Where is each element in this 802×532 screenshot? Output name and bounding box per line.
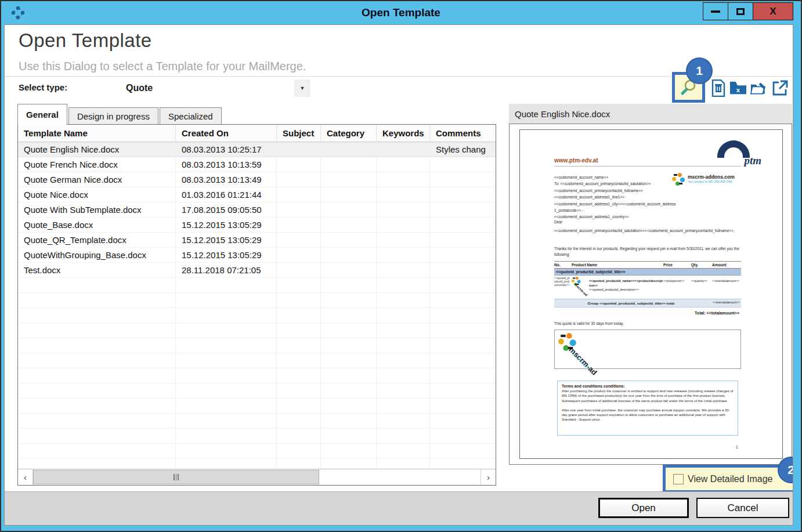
table-row[interactable]: [18, 368, 496, 383]
table-cell: [18, 399, 176, 414]
column-header-comments[interactable]: Comments: [430, 125, 496, 142]
table-row[interactable]: [18, 338, 496, 353]
table-row[interactable]: [18, 293, 496, 308]
table-cell: [430, 187, 496, 202]
table-row[interactable]: [18, 444, 496, 459]
table-row[interactable]: Quote French Nice.docx08.03.2013 10:13:5…: [18, 157, 496, 172]
doc-intro: Thanks for the interest in our products.…: [554, 246, 741, 258]
table-cell: [430, 248, 496, 263]
open-external-button[interactable]: [771, 79, 789, 97]
table-cell: [430, 233, 496, 248]
table-cell: [430, 263, 496, 278]
table-cell: [377, 248, 430, 263]
maximize-button[interactable]: [728, 2, 753, 20]
table-row[interactable]: [18, 323, 496, 338]
table-cell: [430, 368, 496, 383]
table-cell: [321, 172, 377, 187]
table-cell: [18, 444, 176, 459]
doc-address-line: <<customerid_account_address1_line1>>: [554, 194, 676, 200]
table-cell: [377, 202, 430, 218]
table-row[interactable]: [18, 308, 496, 323]
table-cell: [277, 459, 321, 469]
table-cell: 15.12.2015 13:05:29: [176, 218, 277, 233]
table-cell: [277, 263, 321, 278]
table-row[interactable]: Quote German Nice.docx08.03.2013 10:13:4…: [18, 172, 496, 187]
doc-product-price: <<priceperunit>>: [663, 277, 691, 296]
scrollbar-track[interactable]: [33, 469, 481, 485]
remove-folder-button[interactable]: x: [729, 79, 747, 97]
table-cell: [321, 383, 377, 399]
tab-design-in-progress[interactable]: Design in progress: [68, 107, 158, 125]
minimize-button[interactable]: [703, 2, 728, 20]
table-cell: [377, 459, 430, 469]
table-row[interactable]: [18, 278, 496, 293]
scroll-left-button[interactable]: ‹: [18, 469, 33, 485]
table-row[interactable]: Quote_QR_Template.docx15.12.2015 13:05:2…: [18, 233, 496, 248]
scrollbar-thumb[interactable]: [33, 470, 319, 484]
table-cell: [176, 323, 277, 338]
table-row[interactable]: Quote With SubTemplate.docx17.08.2015 09…: [18, 202, 496, 218]
tab-bar: General Design in progress Specialized: [17, 104, 223, 125]
doc-product-name: <<quoteid_productid_name>><<productdescr…: [589, 279, 663, 288]
close-button[interactable]: X: [753, 2, 793, 20]
table-cell: [321, 459, 377, 469]
view-detailed-image-checkbox[interactable]: [673, 474, 684, 484]
table-cell: [430, 218, 496, 233]
tab-general[interactable]: General: [17, 104, 67, 125]
column-header-keywords[interactable]: Keywords: [377, 125, 430, 142]
scroll-right-button[interactable]: ›: [481, 469, 496, 485]
column-header-subject[interactable]: Subject: [277, 125, 321, 142]
table-row[interactable]: Quote_Base.docx15.12.2015 13:05:29: [18, 218, 496, 233]
table-cell: [430, 353, 496, 368]
doc-divider: [554, 166, 741, 167]
table-cell: [377, 338, 430, 353]
scrollbar-grip: [174, 474, 175, 480]
doc-col-price: Price: [663, 263, 691, 267]
table-cell: [176, 338, 277, 353]
table-cell: [277, 444, 321, 459]
cancel-button[interactable]: Cancel: [696, 498, 789, 518]
table-row[interactable]: [18, 414, 496, 429]
table-cell: Quote Nice.docx: [18, 187, 176, 202]
table-cell: [430, 157, 496, 172]
doc-page-number: 1: [736, 445, 738, 449]
select-type-value[interactable]: Quote: [126, 83, 153, 93]
table-row[interactable]: Quote English Nice.docx08.03.2013 10:25:…: [18, 142, 496, 157]
page-subtitle: Use this Dialog to select a Template for…: [19, 60, 306, 73]
column-header-category[interactable]: Category: [321, 125, 377, 142]
table-cell: [321, 218, 377, 233]
open-button[interactable]: Open: [598, 498, 689, 518]
table-cell: Quote_Base.docx: [18, 218, 176, 233]
delete-template-button[interactable]: [710, 79, 727, 97]
doc-product-number: <<quoteid_productid_productnumber>>: [554, 277, 572, 296]
table-cell: [377, 353, 430, 368]
table-row[interactable]: [18, 429, 496, 444]
table-cell: [176, 459, 277, 469]
table-cell: [176, 414, 277, 429]
table-cell: [277, 278, 321, 293]
table-cell: [377, 383, 430, 399]
table-row[interactable]: [18, 383, 496, 399]
table-row[interactable]: Quote Nice.docx01.03.2016 01:21:44: [18, 187, 496, 202]
table-row[interactable]: [18, 353, 496, 368]
scrollbar-grip: [176, 474, 177, 480]
column-header-created-on[interactable]: Created On: [176, 125, 277, 142]
table-row[interactable]: QuoteWithGrouping_Base.docx15.12.2015 13…: [18, 248, 496, 263]
table-cell: [18, 293, 176, 308]
select-type-dropdown-button[interactable]: ▼: [294, 79, 310, 97]
doc-product-description: <<quoteid_productid_description>>: [589, 288, 663, 292]
table-cell: [18, 459, 176, 469]
table-cell: [18, 278, 176, 293]
column-header-template-name[interactable]: Template Name: [18, 125, 176, 142]
table-row[interactable]: [18, 399, 496, 414]
document-preview-page: www.ptm-edv.at ptm <<customerid_account_…: [519, 129, 783, 459]
table-cell: QuoteWithGrouping_Base.docx: [18, 248, 176, 263]
table-row[interactable]: Test.docx28.11.2018 07:21:05: [18, 263, 496, 278]
table-cell: [377, 278, 430, 293]
table-row[interactable]: [18, 459, 496, 469]
table-cell: [277, 399, 321, 414]
annotation-highlight-view-detailed: View Detailed Image: [663, 465, 793, 493]
table-cell: [277, 202, 321, 218]
edit-folder-button[interactable]: [750, 79, 768, 97]
tab-specialized[interactable]: Specialized: [160, 107, 222, 125]
